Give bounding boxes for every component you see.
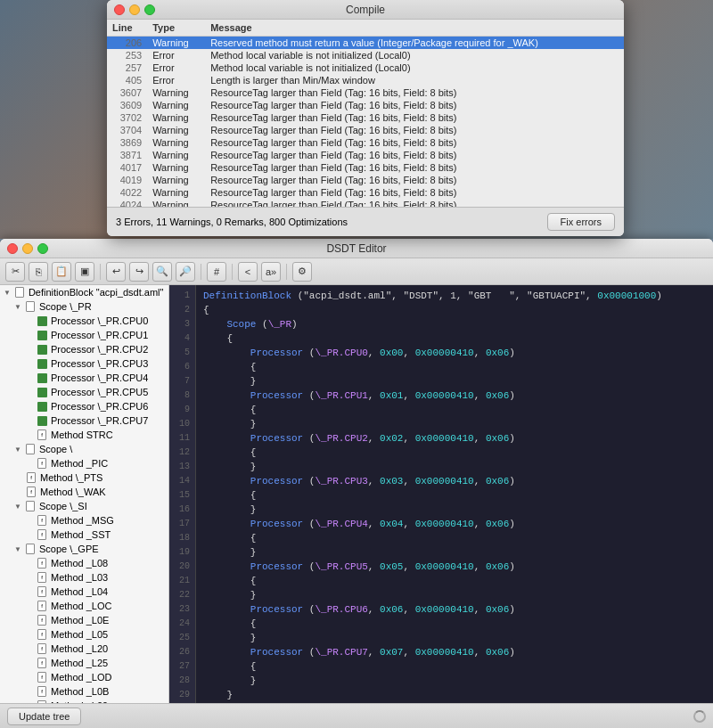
sidebar-item[interactable]: fMethod _L25 — [0, 656, 168, 670]
method-icon: f — [25, 486, 37, 498]
left-angle-button[interactable]: < — [238, 262, 258, 282]
code-line: { — [203, 488, 706, 503]
sidebar-item[interactable]: fMethod _L03 — [0, 570, 168, 585]
sidebar-item[interactable]: ▼Scope \_PR — [0, 299, 168, 314]
table-row[interactable]: 206WarningReserved method must return a … — [107, 37, 624, 50]
table-row[interactable]: 3871WarningResourceTag larger than Field… — [107, 149, 624, 161]
code-content[interactable]: DefinitionBlock ("acpi_dsdt.aml", "DSDT"… — [196, 285, 713, 703]
dsdt-minimize-button[interactable] — [22, 243, 33, 254]
minimize-button[interactable] — [129, 4, 140, 15]
sidebar-item[interactable]: Processor \_PR.CPU0 — [0, 314, 168, 328]
sidebar-item[interactable]: ▼Scope \_SI — [0, 499, 168, 513]
compile-summary: 3 Errors, 11 Warnings, 0 Remarks, 800 Op… — [116, 217, 348, 227]
sidebar-item[interactable]: fMethod _LOD — [0, 670, 168, 684]
scissors-button[interactable]: ✂ — [5, 262, 25, 282]
sidebar-item[interactable]: Processor \_PR.CPU2 — [0, 342, 168, 356]
expand-icon[interactable]: ▼ — [14, 446, 21, 454]
table-row[interactable]: 4024WarningResourceTag larger than Field… — [107, 199, 624, 207]
sidebar-item[interactable]: fMethod _L20 — [0, 642, 168, 656]
zoom2-button[interactable]: 🔎 — [176, 262, 195, 282]
table-row[interactable]: 4019WarningResourceTag larger than Field… — [107, 174, 624, 186]
table-row[interactable]: 3607WarningResourceTag larger than Field… — [107, 86, 624, 99]
code-line: Processor (\_PR.CPU5, 0x05, 0x00000410, … — [203, 560, 706, 574]
table-row[interactable]: 3702WarningResourceTag larger than Field… — [107, 111, 624, 124]
processor-icon — [36, 357, 48, 370]
sidebar-item[interactable]: fMethod _L08 — [0, 556, 168, 570]
expand-icon[interactable]: ▼ — [14, 545, 21, 553]
paste-button[interactable]: 📋 — [52, 262, 71, 282]
sidebar-item[interactable]: Processor \_PR.CPU4 — [0, 371, 168, 385]
sidebar-item[interactable]: ▼Scope \ — [0, 442, 168, 456]
expand-icon[interactable]: ▼ — [14, 503, 21, 511]
table-row[interactable]: 253ErrorMethod local variable is not ini… — [107, 49, 624, 61]
dsdt-close-button[interactable] — [7, 243, 18, 254]
compile-button[interactable]: ⚙ — [292, 262, 312, 282]
sidebar-item-label: Processor \_PR.CPU6 — [51, 401, 148, 412]
code-line: { — [203, 531, 706, 545]
method-icon: f — [36, 429, 48, 441]
sidebar-item[interactable]: fMethod _L0B — [0, 684, 168, 699]
table-row[interactable]: 4017WarningResourceTag larger than Field… — [107, 161, 624, 174]
sidebar-item[interactable]: Processor \_PR.CPU3 — [0, 356, 168, 371]
method-icon: f — [36, 600, 48, 612]
zoom-button[interactable]: 🔍 — [152, 262, 172, 282]
table-row[interactable]: 257ErrorMethod local variable is not ini… — [107, 61, 624, 74]
sidebar-item[interactable]: fMethod _L0E — [0, 613, 168, 627]
method-icon: f — [36, 457, 48, 470]
sidebar-item[interactable]: Processor \_PR.CPU1 — [0, 328, 168, 342]
sidebar-item[interactable]: fMethod _L04 — [0, 585, 168, 599]
code-line: } — [203, 503, 706, 517]
code-line: } — [203, 588, 706, 602]
box-button[interactable]: ▣ — [75, 262, 94, 282]
sidebar-item-label: Method \_WAK — [40, 487, 106, 497]
dsdt-maximize-button[interactable] — [37, 243, 48, 254]
expand-icon[interactable]: ▼ — [4, 289, 11, 297]
sidebar-item[interactable]: Processor \_PR.CPU6 — [0, 399, 168, 413]
compile-table-container[interactable]: Line Type Message 206WarningReserved met… — [107, 20, 624, 207]
sidebar-item[interactable]: fMethod \_PTS — [0, 470, 168, 485]
code-line: Processor (\_PR.CPU1, 0x01, 0x00000410, … — [203, 389, 706, 403]
table-row[interactable]: 3704WarningResourceTag larger than Field… — [107, 124, 624, 136]
sidebar-item[interactable]: ▼Scope \_GPE — [0, 542, 168, 556]
processor-icon — [36, 386, 48, 398]
sidebar-item-label: Method _SST — [51, 529, 111, 540]
dsdt-editor[interactable]: 1234567891011121314151617181920212223242… — [169, 285, 713, 703]
code-line: { — [203, 403, 706, 417]
copy-button[interactable]: ⎘ — [29, 262, 48, 282]
code-line: } — [203, 545, 706, 560]
update-tree-button[interactable]: Update tree — [7, 708, 81, 725]
table-row[interactable]: 3869WarningResourceTag larger than Field… — [107, 136, 624, 149]
dsdt-sidebar[interactable]: ▼DefinitionBlock "acpi_dsdt.aml"▼Scope \… — [0, 285, 169, 703]
sidebar-item[interactable]: fMethod _PIC — [0, 456, 168, 470]
sidebar-item[interactable]: fMethod \_WAK — [0, 485, 168, 499]
sidebar-item[interactable]: Processor \_PR.CPU7 — [0, 413, 168, 428]
redo-button[interactable]: ↪ — [129, 262, 149, 282]
table-row[interactable]: 405ErrorLength is larger than Min/Max wi… — [107, 74, 624, 86]
sidebar-item[interactable]: Processor \_PR.CPU5 — [0, 385, 168, 399]
code-line: { — [203, 446, 706, 460]
table-row[interactable]: 4022WarningResourceTag larger than Field… — [107, 186, 624, 199]
sidebar-item[interactable]: fMethod _MSG — [0, 513, 168, 528]
sidebar-item[interactable]: ▼DefinitionBlock "acpi_dsdt.aml" — [0, 285, 168, 299]
sidebar-item[interactable]: fMethod _L05 — [0, 627, 168, 642]
close-button[interactable] — [114, 4, 125, 15]
sidebar-item[interactable]: fMethod _SST — [0, 528, 168, 542]
code-line: Processor (\_PR.CPU7, 0x07, 0x00000410, … — [203, 645, 706, 659]
code-line: Processor (\_PR.CPU6, 0x06, 0x00000410, … — [203, 602, 706, 617]
sidebar-item[interactable]: fMethod _L09 — [0, 699, 168, 703]
fix-errors-button[interactable]: Fix errors — [547, 213, 615, 231]
sidebar-item[interactable]: fMethod _LOC — [0, 599, 168, 613]
a-button[interactable]: a» — [261, 262, 281, 282]
sidebar-item-label: Method STRC — [51, 429, 113, 440]
traffic-lights — [114, 4, 155, 15]
maximize-button[interactable] — [144, 4, 155, 15]
method-icon: f — [36, 614, 48, 626]
method-icon: f — [36, 585, 48, 598]
table-row[interactable]: 3609WarningResourceTag larger than Field… — [107, 99, 624, 111]
expand-icon[interactable]: ▼ — [14, 303, 21, 311]
sidebar-item[interactable]: fMethod STRC — [0, 428, 168, 442]
hash-button[interactable]: # — [207, 262, 226, 282]
method-icon: f — [36, 699, 48, 703]
undo-button[interactable]: ↩ — [106, 262, 126, 282]
processor-icon — [36, 329, 48, 341]
